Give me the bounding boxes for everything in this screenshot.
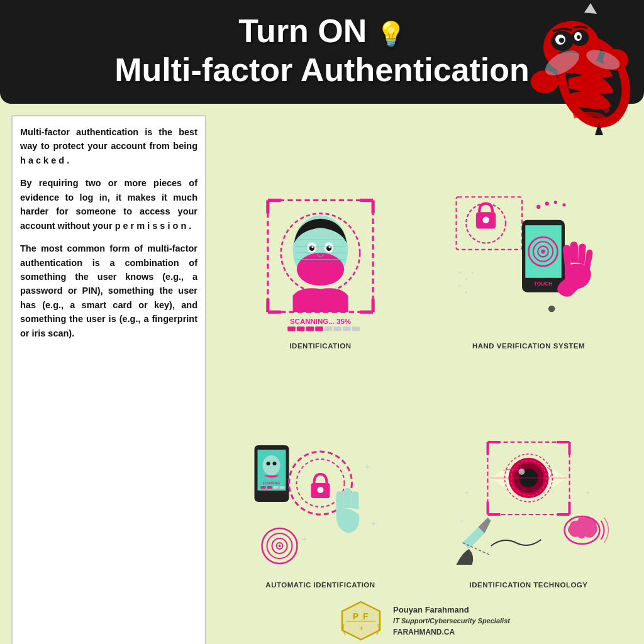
svg-point-74 — [263, 455, 280, 475]
automatic-identification-cell: LOADING — [216, 353, 425, 592]
identification-cell: SCANNING... 35% IDENTIFICATION — [216, 115, 425, 354]
main-content: Multi-factor authentication is the best … — [0, 104, 644, 644]
svg-marker-13 — [584, 3, 597, 14]
svg-point-71 — [465, 291, 467, 294]
text-panel: Multi-factor authentication is the best … — [11, 115, 206, 644]
svg-point-68 — [465, 278, 467, 280]
footer: P F ⚜ Pouyan Farahmand IT Support/Cybers… — [216, 592, 633, 644]
svg-point-85 — [318, 487, 324, 493]
svg-text:SCANNING... 35%: SCANNING... 35% — [290, 318, 351, 325]
author-title: IT Support/Cybersecurity Specialist — [393, 616, 510, 626]
svg-point-8 — [577, 35, 580, 39]
svg-point-10 — [553, 3, 559, 9]
svg-point-53 — [482, 217, 489, 223]
right-content: SCANNING... 35% IDENTIFICATION — [216, 115, 633, 644]
svg-point-7 — [559, 38, 564, 43]
visuals-grid: SCANNING... 35% IDENTIFICATION — [216, 115, 633, 592]
svg-text:+: + — [465, 487, 470, 497]
header-line2: Multi-factor Authentication — [114, 52, 530, 88]
identification-technology-cell: + + + IDENTIFICATION TECHNOLOGY — [425, 353, 633, 592]
svg-point-67 — [458, 272, 461, 274]
svg-rect-79 — [267, 486, 272, 489]
identification-technology-label: IDENTIFICATION TECHNOLOGY — [470, 581, 588, 589]
svg-point-56 — [545, 202, 549, 206]
svg-text:+: + — [302, 534, 308, 545]
svg-text:+: + — [371, 518, 377, 529]
svg-point-90 — [279, 545, 281, 547]
svg-text:TOUCH: TOUCH — [534, 281, 553, 287]
svg-point-64 — [541, 250, 545, 253]
automatic-identification-label: AUTOMATIC IDENTIFICATION — [265, 581, 375, 589]
svg-rect-44 — [297, 326, 305, 331]
svg-point-58 — [562, 203, 565, 206]
identification-label: IDENTIFICATION — [289, 342, 351, 350]
svg-point-109 — [519, 469, 525, 475]
text-paragraph-3: The most common form of multi-factor aut… — [20, 242, 197, 340]
hand-verification-label: HAND VERIFICATION SYSTEM — [472, 342, 585, 350]
footer-logo: P F ⚜ — [339, 599, 383, 643]
svg-point-15 — [534, 74, 553, 89]
svg-marker-115 — [342, 602, 380, 640]
svg-rect-45 — [306, 326, 314, 331]
header-line1: Turn ON — [238, 13, 376, 49]
svg-text:+: + — [365, 462, 370, 472]
svg-point-76 — [273, 462, 277, 465]
svg-point-69 — [472, 272, 474, 274]
svg-text:+: + — [460, 516, 465, 526]
text-paragraph-1: Multi-factor authentication is the best … — [20, 125, 197, 167]
bee-mascot-illustration — [506, 0, 644, 138]
svg-rect-46 — [315, 326, 323, 331]
author-url: FARAHMAND.CA — [393, 626, 510, 638]
footer-text-block: Pouyan Farahmand IT Support/Cybersecurit… — [393, 604, 510, 638]
svg-text:⚜: ⚜ — [359, 626, 364, 631]
svg-rect-49 — [343, 326, 351, 331]
svg-rect-50 — [352, 326, 360, 331]
svg-rect-78 — [261, 486, 266, 489]
svg-point-57 — [554, 201, 557, 204]
text-paragraph-2: By requiring two or more pieces of evide… — [20, 176, 197, 233]
svg-text:P: P — [353, 611, 358, 621]
svg-point-70 — [458, 285, 461, 287]
svg-rect-80 — [274, 486, 279, 489]
svg-point-75 — [267, 462, 270, 465]
svg-text:+: + — [586, 487, 591, 497]
author-name: Pouyan Farahmand — [393, 604, 510, 616]
svg-rect-47 — [325, 326, 333, 331]
svg-point-55 — [536, 205, 540, 209]
svg-text:LOADING: LOADING — [263, 481, 280, 485]
lightbulb-icon: 💡 — [376, 21, 406, 47]
svg-point-66 — [548, 306, 555, 312]
svg-point-12 — [575, 0, 581, 6]
svg-rect-81 — [280, 486, 285, 489]
svg-text:F: F — [363, 611, 369, 621]
svg-rect-43 — [287, 326, 296, 331]
svg-point-31 — [297, 253, 344, 286]
svg-rect-48 — [333, 326, 341, 331]
hand-verification-cell: TOUCH HAND VERIFICATION SYSTE — [425, 115, 633, 354]
